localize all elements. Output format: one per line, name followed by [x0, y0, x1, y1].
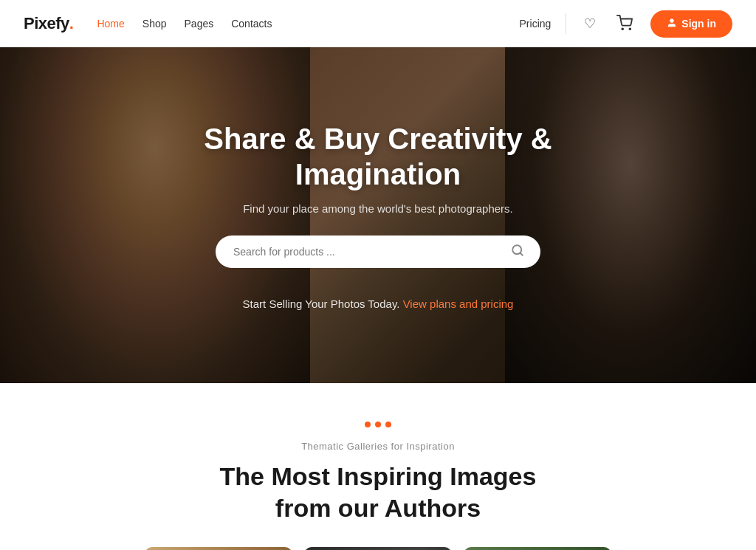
cart-icon	[616, 15, 633, 33]
dot-1	[365, 422, 371, 427]
gallery-section: Thematic Galleries for Inspiration The M…	[0, 383, 756, 550]
hero-section: Share & Buy Creativity & Imagination Fin…	[0, 47, 756, 383]
dot-2	[375, 422, 381, 427]
svg-point-0	[622, 28, 624, 30]
dot-3	[385, 422, 391, 427]
section-title: The Most Inspiring Images from our Autho…	[24, 461, 732, 523]
logo-dot: .	[69, 14, 74, 33]
nav-link-shop[interactable]: Shop	[142, 18, 167, 30]
hero-content: Share & Buy Creativity & Imagination Fin…	[120, 121, 636, 310]
logo-text: Pixefy	[24, 14, 69, 33]
navbar: Pixefy. Home Shop Pages Contacts Pricing…	[0, 0, 756, 47]
wishlist-button[interactable]: ♡	[581, 13, 599, 35]
svg-line-4	[520, 252, 522, 255]
logo[interactable]: Pixefy.	[24, 14, 73, 33]
hero-subtitle: Find your place among the world's best p…	[134, 202, 622, 215]
hero-search-bar	[216, 236, 540, 268]
navbar-left: Pixefy. Home Shop Pages Contacts	[24, 14, 272, 33]
gallery-thumb-2[interactable]	[304, 547, 452, 550]
hero-title: Share & Buy Creativity & Imagination	[134, 121, 622, 192]
section-title-line2: from our Authors	[275, 494, 481, 522]
gallery-thumb-3[interactable]	[464, 547, 611, 550]
search-icon	[511, 244, 524, 259]
nav-divider	[566, 13, 566, 34]
nav-links: Home Shop Pages Contacts	[97, 18, 272, 30]
navbar-right: Pricing ♡ Sign in	[520, 10, 732, 38]
hero-cta-link[interactable]: View plans and pricing	[403, 298, 514, 310]
section-title-line1: The Most Inspiring Images	[220, 462, 537, 490]
svg-point-1	[630, 28, 631, 30]
sign-in-button[interactable]: Sign in	[650, 10, 732, 38]
nav-link-contacts[interactable]: Contacts	[231, 18, 272, 30]
section-tagline: Thematic Galleries for Inspiration	[24, 441, 732, 452]
pricing-link[interactable]: Pricing	[520, 18, 551, 30]
search-input[interactable]	[233, 238, 506, 265]
gallery-row	[24, 547, 732, 550]
gallery-thumb-1[interactable]	[145, 547, 292, 550]
user-icon	[667, 18, 677, 30]
hero-cta-text: Start Selling Your Photos Today. View pl…	[134, 298, 622, 310]
nav-link-pages[interactable]: Pages	[185, 18, 214, 30]
hero-cta-static: Start Selling Your Photos Today.	[243, 298, 400, 310]
cart-button[interactable]	[614, 12, 636, 36]
heart-icon: ♡	[584, 16, 596, 32]
section-dots-decoration	[24, 422, 732, 427]
search-button[interactable]	[506, 239, 529, 264]
nav-link-home[interactable]: Home	[97, 18, 124, 30]
svg-point-2	[670, 18, 674, 22]
sign-in-label: Sign in	[681, 18, 716, 30]
